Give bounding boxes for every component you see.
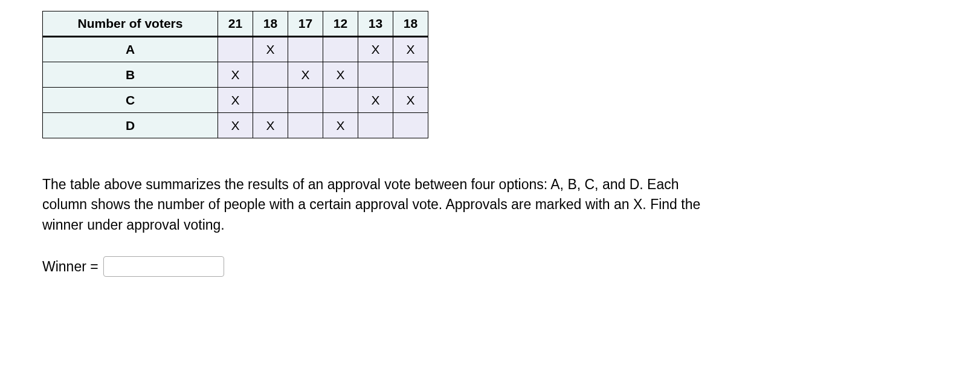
voting-table: Number of voters 21 18 17 12 13 18 A X X… (42, 11, 428, 138)
mark-cell: X (323, 113, 358, 138)
mark-cell: X (393, 37, 428, 62)
col-header: 12 (323, 11, 358, 37)
mark-cell: X (253, 37, 288, 62)
mark-cell: X (288, 62, 323, 88)
table-row: A X X X (43, 37, 428, 62)
col-header: 17 (288, 11, 323, 37)
header-voters-label: Number of voters (43, 11, 218, 37)
row-label: A (43, 37, 218, 62)
mark-cell: X (358, 37, 393, 62)
mark-cell (288, 88, 323, 113)
mark-cell (253, 88, 288, 113)
table-header-row: Number of voters 21 18 17 12 13 18 (43, 11, 428, 37)
mark-cell (323, 37, 358, 62)
col-header: 18 (253, 11, 288, 37)
answer-row: Winner = (42, 256, 938, 277)
mark-cell: X (358, 88, 393, 113)
col-header: 13 (358, 11, 393, 37)
mark-cell (218, 37, 253, 62)
table-row: D X X X (43, 113, 428, 138)
winner-label: Winner = (42, 259, 98, 275)
mark-cell (393, 62, 428, 88)
mark-cell (253, 62, 288, 88)
col-header: 21 (218, 11, 253, 37)
mark-cell (288, 113, 323, 138)
table-row: B X X X (43, 62, 428, 88)
mark-cell: X (393, 88, 428, 113)
mark-cell: X (218, 113, 253, 138)
mark-cell (358, 62, 393, 88)
table-row: C X X X (43, 88, 428, 113)
row-label: C (43, 88, 218, 113)
winner-input[interactable] (103, 256, 224, 277)
mark-cell: X (323, 62, 358, 88)
mark-cell (358, 113, 393, 138)
question-text: The table above summarizes the results o… (42, 175, 707, 235)
mark-cell (323, 88, 358, 113)
row-label: B (43, 62, 218, 88)
mark-cell (393, 113, 428, 138)
row-label: D (43, 113, 218, 138)
mark-cell: X (218, 88, 253, 113)
mark-cell: X (218, 62, 253, 88)
col-header: 18 (393, 11, 428, 37)
mark-cell: X (253, 113, 288, 138)
mark-cell (288, 37, 323, 62)
